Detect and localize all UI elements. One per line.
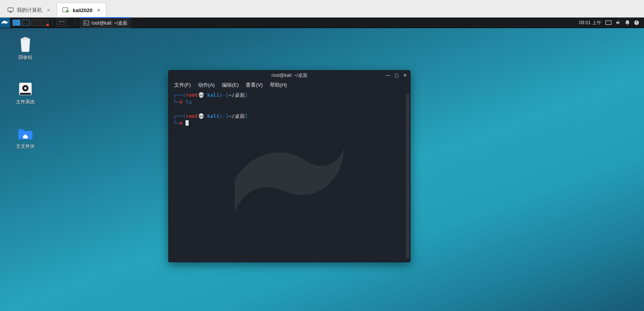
workspace-1[interactable] <box>12 20 20 26</box>
svg-point-15 <box>24 87 27 89</box>
workspace-3[interactable] <box>31 20 39 26</box>
show-desktop-button[interactable] <box>57 19 67 27</box>
menu-help[interactable]: 帮助(H) <box>270 82 287 89</box>
trash-icon <box>19 37 32 52</box>
notifications-icon[interactable] <box>625 20 630 25</box>
terminal-window[interactable]: root@kali: ~/桌面 — ▢ ✕ 文件(F) 动作(A) 编辑(E) … <box>168 70 410 262</box>
desktop-icon-home[interactable]: 主文件夹 <box>8 125 43 150</box>
svg-rect-12 <box>23 37 27 38</box>
vm-tab-strip: 我的计算机 × kali2020 × <box>0 0 644 18</box>
home-folder-icon <box>18 127 33 140</box>
menu-action[interactable]: 动作(A) <box>198 82 215 89</box>
desktop-icon-filesystem[interactable]: 文件系统 <box>8 81 43 105</box>
menu-edit[interactable]: 编辑(E) <box>222 82 239 89</box>
terminal-titlebar[interactable]: root@kali: ~/桌面 — ▢ ✕ <box>169 71 410 80</box>
svg-rect-6 <box>84 21 89 25</box>
terminal-title-text: root@kali: ~/桌面 <box>271 72 307 79</box>
kali-dragon-icon <box>227 129 352 223</box>
vm-tab-label: 我的计算机 <box>17 7 42 14</box>
kali-menu-button[interactable] <box>0 18 10 28</box>
terminal-cursor <box>186 120 189 126</box>
terminal-body[interactable]: ┌──(root💀 kali)-[~/桌面] └─# ls ┌──(root💀 … <box>169 90 410 262</box>
panel-separator <box>75 19 76 26</box>
disk-icon <box>18 82 32 96</box>
power-icon[interactable] <box>634 20 639 25</box>
taskbar-item-label: root@kali: ~/桌面 <box>91 20 127 27</box>
system-tray: 09:01 上午 <box>574 20 644 26</box>
svg-rect-7 <box>606 21 611 25</box>
desktop-icon-label: 主文件夹 <box>16 143 35 150</box>
desktop-icon-label: 回收站 <box>18 54 32 61</box>
panel-separator <box>52 19 53 26</box>
close-icon[interactable]: × <box>97 7 100 13</box>
desktop-icon-label: 文件系统 <box>16 99 35 105</box>
svg-rect-4 <box>59 21 64 25</box>
taskbar-item-terminal[interactable]: root@kali: ~/桌面 <box>80 17 131 28</box>
vm-tab-label: kali2020 <box>73 7 93 13</box>
display-icon[interactable] <box>605 20 612 25</box>
window-icon <box>59 21 64 25</box>
workspace-switcher[interactable] <box>12 20 48 26</box>
svg-rect-16 <box>20 93 31 95</box>
clock[interactable]: 09:01 上午 <box>579 20 601 26</box>
guest-desktop: root@kali: ~/桌面 09:01 上午 回收站 文件系统 主文件夹 <box>0 18 644 311</box>
vm-tab-kali2020[interactable]: kali2020 × <box>57 3 106 17</box>
svg-rect-0 <box>8 8 13 11</box>
svg-rect-10 <box>636 21 637 23</box>
desktop-icon-trash[interactable]: 回收站 <box>8 36 43 61</box>
workspace-4[interactable] <box>41 20 48 26</box>
vm-tab-mycomputer[interactable]: 我的计算机 × <box>2 3 56 17</box>
kali-logo-icon <box>1 19 9 26</box>
workspace-2[interactable] <box>22 20 30 26</box>
terminal-scrollbar[interactable] <box>406 93 409 259</box>
close-icon[interactable]: × <box>47 7 50 13</box>
volume-icon[interactable] <box>615 20 621 25</box>
window-maximize-button[interactable]: ▢ <box>394 73 399 78</box>
menu-file[interactable]: 文件(F) <box>174 82 191 89</box>
terminal-icon <box>84 21 89 25</box>
svg-rect-1 <box>9 12 12 12</box>
terminal-menubar: 文件(F) 动作(A) 编辑(E) 查看(V) 帮助(H) <box>169 80 410 90</box>
window-close-button[interactable]: ✕ <box>402 73 408 78</box>
svg-point-8 <box>627 24 628 25</box>
kali-top-panel: root@kali: ~/桌面 09:01 上午 <box>0 18 644 28</box>
vm-running-icon <box>62 7 70 13</box>
window-minimize-button[interactable]: — <box>385 73 391 78</box>
monitor-icon <box>7 7 14 13</box>
menu-view[interactable]: 查看(V) <box>246 82 262 89</box>
